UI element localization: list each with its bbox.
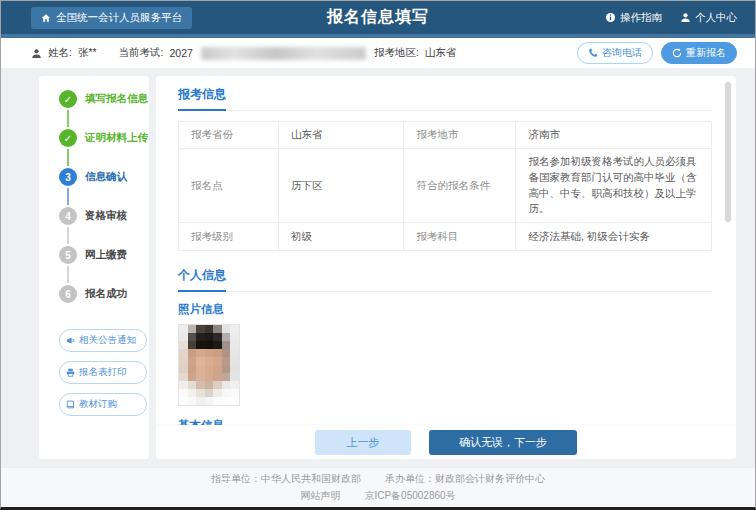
cell-label: 报考级别 <box>179 223 279 250</box>
basic-info-title: 基本信息 <box>178 418 712 425</box>
page-footer: 指导单位：中华人民共和国财政部 承办单位：财政部会计财务评价中心 网站声明 京I… <box>1 467 755 507</box>
consult-phone-button[interactable]: 咨询电话 <box>577 42 653 64</box>
step-confirm-info[interactable]: 3 信息确认 <box>59 168 143 186</box>
user-center-link[interactable]: 个人中心 <box>680 11 737 25</box>
textbook-order-button[interactable]: 教材订购 <box>59 393 147 416</box>
cell-label: 报考科目 <box>404 223 516 250</box>
redacted-exam-name <box>201 47 366 60</box>
cell-label: 报考地市 <box>404 122 516 149</box>
personal-info-section-header: 个人信息 <box>178 265 712 292</box>
info-icon <box>605 12 616 23</box>
step-registration-success[interactable]: 6 报名成功 <box>59 285 143 303</box>
cell-label: 报考省份 <box>179 122 279 149</box>
step-qualification-review[interactable]: 4 资格审核 <box>59 207 143 225</box>
step-6-number: 6 <box>59 285 77 303</box>
panel-action-bar: 上一步 确认无误，下一步 <box>156 425 736 459</box>
guide-link[interactable]: 操作指南 <box>605 11 662 25</box>
cell-label: 符合的报名条件 <box>404 149 516 223</box>
phone-icon <box>588 48 598 58</box>
exam-year: 2027 <box>170 47 193 59</box>
name-label: 姓名: <box>48 46 72 60</box>
print-form-button[interactable]: 报名表打印 <box>59 361 147 384</box>
step-connector <box>67 266 69 283</box>
print-icon <box>66 368 75 377</box>
cell-value: 山东省 <box>279 122 404 149</box>
step-2-check-icon: ✓ <box>59 129 77 147</box>
platform-home-button[interactable]: 全国统一会计人员服务平台 <box>31 7 192 29</box>
platform-name: 全国统一会计人员服务平台 <box>56 11 182 25</box>
region-label: 报考地区: <box>374 46 419 60</box>
user-icon <box>31 48 42 59</box>
photo-mosaic <box>178 324 240 406</box>
scrollbar-thumb[interactable] <box>725 82 731 222</box>
personal-info-title: 个人信息 <box>178 267 226 292</box>
top-header: 全国统一会计人员服务平台 报名信息填写 操作指南 个人中心 <box>1 1 755 34</box>
announcement-icon <box>66 336 75 345</box>
steps-sidebar: ✓ 填写报名信息 ✓ 证明材料上传 3 信息确认 4 资格审核 5 网上缴费 <box>39 76 149 459</box>
name-value: 张** <box>78 46 97 60</box>
cell-value: 历下区 <box>279 149 404 223</box>
person-icon <box>680 12 691 23</box>
home-icon <box>41 13 51 23</box>
cell-value: 济南市 <box>516 122 711 149</box>
exam-label: 当前考试: <box>119 46 164 60</box>
photo-info-title: 照片信息 <box>178 302 712 317</box>
page: 全国统一会计人员服务平台 报名信息填写 操作指南 个人中心 姓名 <box>0 0 756 510</box>
step-4-number: 4 <box>59 207 77 225</box>
footer-icp-number: 京ICP备05002860号 <box>364 489 455 503</box>
step-fill-info[interactable]: ✓ 填写报名信息 <box>59 90 143 108</box>
cell-value: 经济法基础, 初级会计实务 <box>516 223 711 250</box>
step-online-payment[interactable]: 5 网上缴费 <box>59 246 143 264</box>
region-value: 山东省 <box>425 46 457 60</box>
step-connector <box>67 149 69 166</box>
step-connector <box>67 188 69 205</box>
cell-value: 报名参加初级资格考试的人员必须具备国家教育部门认可的高中毕业（含高中、中专、职高… <box>516 149 711 223</box>
step-5-number: 5 <box>59 246 77 264</box>
step-3-number: 3 <box>59 168 77 186</box>
confirm-next-button[interactable]: 确认无误，下一步 <box>429 430 577 455</box>
book-icon <box>66 400 75 409</box>
cell-value: 初级 <box>279 223 404 250</box>
cell-label: 报名点 <box>179 149 279 223</box>
refresh-icon <box>672 48 682 58</box>
exam-info-table: 报考省份 山东省 报考地市 济南市 报名点 历下区 符合的报名条件 报名参加初级… <box>178 121 712 251</box>
panel-scroll-area[interactable]: 报考信息 报考省份 山东省 报考地市 济南市 报名点 历下区 符合的报名条件 报… <box>156 76 736 425</box>
exam-info-section-header: 报考信息 <box>178 84 712 111</box>
exam-info-title: 报考信息 <box>178 86 226 111</box>
footer-site-statement-link[interactable]: 网站声明 <box>300 489 340 503</box>
previous-step-button[interactable]: 上一步 <box>315 430 411 455</box>
step-connector <box>67 110 69 127</box>
step-1-check-icon: ✓ <box>59 90 77 108</box>
footer-guiding-unit: 指导单位：中华人民共和国财政部 <box>211 472 361 486</box>
step-connector <box>67 227 69 244</box>
main-panel: 报考信息 报考省份 山东省 报考地市 济南市 报名点 历下区 符合的报名条件 报… <box>156 76 736 459</box>
footer-undertaking-unit: 承办单位：财政部会计财务评价中心 <box>385 472 545 486</box>
user-info-bar: 姓名: 张** 当前考试: 2027 报考地区: 山东省 咨询电话 重新报名 <box>1 38 755 68</box>
step-upload-materials[interactable]: ✓ 证明材料上传 <box>59 129 143 147</box>
announcements-button[interactable]: 相关公告通知 <box>59 329 147 352</box>
re-register-button[interactable]: 重新报名 <box>661 42 737 64</box>
